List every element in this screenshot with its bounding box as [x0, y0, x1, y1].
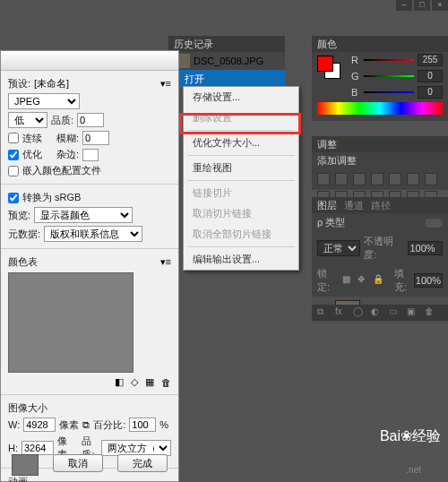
history-file-row[interactable]: DSC_0508.JPG	[168, 52, 285, 70]
menu-unlink-slice: 取消切片链接	[184, 203, 298, 224]
progressive-label: 连续	[22, 132, 42, 145]
g-value[interactable]: 0	[418, 70, 443, 82]
percent-input[interactable]	[129, 417, 156, 432]
adj-bw-icon[interactable]	[425, 173, 437, 185]
blur-input[interactable]	[82, 131, 109, 145]
adjustments-tab[interactable]: 调整	[317, 138, 337, 151]
embed-profile-checkbox[interactable]	[8, 166, 19, 176]
optimized-checkbox[interactable]	[8, 150, 19, 160]
b-value[interactable]: 0	[418, 86, 443, 99]
percent-unit: %	[159, 419, 168, 430]
height-label: H:	[8, 443, 18, 453]
menu-link-slice: 链接切片	[184, 183, 298, 203]
done-button[interactable]: 完成	[117, 454, 168, 472]
color-tab[interactable]: 颜色	[317, 38, 337, 50]
ct-tool-icon[interactable]: ◇	[131, 376, 138, 388]
adj-hue-icon[interactable]	[407, 173, 419, 185]
menu-optimize-filesize[interactable]: 优化文件大小...	[184, 133, 298, 153]
cancel-button[interactable]: 取消	[53, 454, 103, 472]
link-layers-icon[interactable]: ⧉	[317, 306, 330, 319]
matte-label: 杂边:	[56, 148, 79, 161]
dialog-titlebar	[1, 51, 178, 71]
menu-edit-output[interactable]: 编辑输出设置...	[184, 249, 298, 270]
g-slider[interactable]	[364, 73, 414, 80]
opacity-value[interactable]: 100%	[408, 241, 443, 255]
color-table-grid[interactable]	[8, 272, 134, 373]
menu-delete-settings: 删除设置	[184, 108, 298, 128]
progressive-checkbox[interactable]	[8, 133, 19, 143]
menu-separator	[187, 180, 295, 181]
blur-label: 模糊:	[56, 132, 79, 145]
net-watermark: .net	[406, 465, 421, 475]
color-panel: 颜色 R255 G0 B0	[312, 36, 448, 121]
preview-label: 预览:	[8, 209, 30, 222]
history-tab[interactable]: 历史记录	[168, 36, 285, 52]
channels-tab[interactable]: 通道	[344, 199, 364, 211]
save-for-web-dialog: 预设: [未命名] ▾≡ JPEG 低 品质: 连续 模糊: 优化 杂边: 嵌入…	[0, 50, 179, 482]
lock-all-icon[interactable]: 🔒	[373, 274, 385, 287]
adj-levels-icon[interactable]	[335, 173, 348, 185]
format-select[interactable]: JPEG	[8, 93, 80, 109]
close-button[interactable]: ×	[432, 0, 448, 11]
fg-color[interactable]	[317, 56, 333, 72]
quality-input[interactable]	[77, 113, 104, 127]
mask-icon[interactable]: ◯	[353, 306, 366, 319]
fx-icon[interactable]: fx	[335, 306, 348, 319]
width-label: W:	[8, 419, 20, 430]
convert-srgb-checkbox[interactable]	[8, 193, 19, 203]
lock-position-icon[interactable]: ✥	[358, 274, 370, 287]
adj-curves-icon[interactable]	[353, 173, 366, 185]
px-label: 像素	[59, 418, 79, 432]
adj-brightness-icon[interactable]	[317, 173, 330, 185]
colortable-label: 颜色表	[8, 255, 38, 269]
width-input[interactable]	[23, 417, 56, 432]
new-layer-icon[interactable]: ▣	[407, 306, 419, 319]
menu-separator	[187, 130, 295, 131]
colortable-menu-icon[interactable]: ▾≡	[160, 256, 171, 268]
fill-value[interactable]: 100%	[414, 273, 443, 288]
matte-swatch[interactable]	[82, 149, 99, 161]
preset-value: [未命名]	[34, 77, 69, 90]
fill-label: 填充:	[394, 267, 410, 294]
baidu-watermark: Bai❀经验	[380, 427, 441, 446]
r-slider[interactable]	[364, 56, 414, 64]
menu-save-settings[interactable]: 存储设置...	[184, 87, 298, 108]
open-step-label: 打开	[185, 73, 204, 86]
layers-panel: 图层 通道 路径 ρ 类型 正常 不透明度: 100% 锁定: ▦ ✥ 🔒 填充…	[312, 197, 448, 321]
b-slider[interactable]	[364, 89, 414, 96]
embed-profile-label: 嵌入颜色配置文件	[22, 164, 101, 177]
paths-tab[interactable]: 路径	[371, 199, 391, 211]
g-label: G	[351, 71, 360, 82]
link-icon[interactable]: ⧉	[82, 419, 90, 431]
adj-vibrance-icon[interactable]	[389, 173, 401, 185]
quality-preset-select[interactable]: 低	[8, 112, 47, 128]
adjustment-layer-icon[interactable]: ◐	[371, 306, 383, 319]
fgbg-swatch[interactable]	[317, 56, 340, 79]
color-spectrum[interactable]	[317, 102, 443, 115]
menu-separator	[187, 246, 295, 247]
kind-filter[interactable]: ρ 类型	[317, 216, 345, 229]
group-icon[interactable]: ▭	[389, 306, 401, 319]
filter-toggle[interactable]	[425, 219, 443, 228]
menu-repaint[interactable]: 重绘视图	[184, 158, 298, 178]
adj-exposure-icon[interactable]	[371, 173, 383, 185]
ct-tool-icon[interactable]: ▦	[145, 376, 154, 388]
lock-pixels-icon[interactable]: ▦	[342, 274, 355, 287]
convert-srgb-label: 转换为 sRGB	[22, 191, 81, 204]
preview-select[interactable]: 显示器颜色	[34, 207, 133, 223]
delete-layer-icon[interactable]: 🗑	[425, 306, 437, 319]
height-input[interactable]	[22, 441, 54, 455]
ct-tool-icon[interactable]: 🗑	[161, 377, 171, 388]
restore-button[interactable]: □	[414, 0, 430, 11]
history-filename: DSC_0508.JPG	[194, 56, 263, 66]
r-value[interactable]: 255	[418, 54, 443, 66]
menu-separator	[187, 155, 295, 156]
ct-tool-icon[interactable]: ◧	[115, 376, 124, 388]
metadata-label: 元数据:	[8, 228, 40, 241]
history-step-open[interactable]: ▸ 打开	[168, 70, 285, 88]
layers-tab[interactable]: 图层	[317, 199, 337, 211]
metadata-select[interactable]: 版权和联系信息	[44, 226, 142, 242]
min-button[interactable]: –	[396, 0, 412, 11]
panel-menu-icon[interactable]: ▾≡	[160, 78, 171, 90]
blend-mode-select[interactable]: 正常	[317, 240, 360, 256]
